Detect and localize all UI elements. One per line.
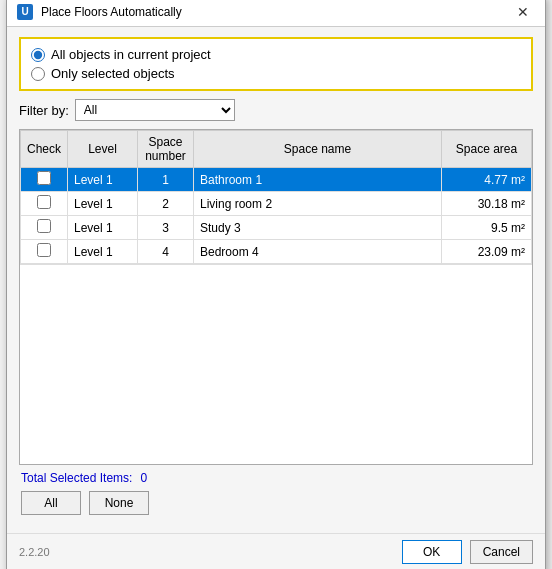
all-button[interactable]: All [21,491,81,515]
table-row[interactable]: Level 13Study 39.5 m² [21,216,532,240]
none-button[interactable]: None [89,491,149,515]
close-button[interactable]: ✕ [511,0,535,24]
row-checkbox[interactable] [37,243,51,257]
radio-group: All objects in current project Only sele… [19,37,533,91]
col-level: Level [68,131,138,168]
cell-check[interactable] [21,216,68,240]
cell-check[interactable] [21,168,68,192]
cell-number: 4 [138,240,194,264]
cell-check[interactable] [21,240,68,264]
cell-level: Level 1 [68,192,138,216]
spaces-table: Check Level Spacenumber Space name Space… [20,130,532,264]
cell-level: Level 1 [68,216,138,240]
table-header-row: Check Level Spacenumber Space name Space… [21,131,532,168]
radio-all-objects-label: All objects in current project [51,47,211,62]
cell-check[interactable] [21,192,68,216]
col-check: Check [21,131,68,168]
row-checkbox[interactable] [37,195,51,209]
total-selected-label: Total Selected Items: [21,471,132,485]
cell-space-area: 4.77 m² [442,168,532,192]
ok-cancel-row: OK Cancel [402,540,533,564]
cell-space-name: Living room 2 [194,192,442,216]
cell-number: 1 [138,168,194,192]
cell-space-area: 30.18 m² [442,192,532,216]
cell-number: 2 [138,192,194,216]
title-bar: U Place Floors Automatically ✕ [7,0,545,27]
dialog-footer: 2.2.20 OK Cancel [7,533,545,569]
radio-all-objects[interactable]: All objects in current project [31,47,521,62]
cell-number: 3 [138,216,194,240]
col-area: Space area [442,131,532,168]
version-label: 2.2.20 [19,546,50,558]
cell-level: Level 1 [68,240,138,264]
cell-space-name: Bedroom 4 [194,240,442,264]
filter-select[interactable]: All [75,99,235,121]
table-container: Check Level Spacenumber Space name Space… [19,129,533,465]
dialog-body: All objects in current project Only sele… [7,27,545,533]
cell-level: Level 1 [68,168,138,192]
col-number: Spacenumber [138,131,194,168]
table-row[interactable]: Level 12Living room 230.18 m² [21,192,532,216]
cell-space-area: 9.5 m² [442,216,532,240]
cell-space-name: Bathroom 1 [194,168,442,192]
dialog-title: Place Floors Automatically [41,5,182,19]
app-icon: U [17,4,33,20]
cell-space-name: Study 3 [194,216,442,240]
ok-button[interactable]: OK [402,540,462,564]
filter-label: Filter by: [19,103,69,118]
total-selected-value: 0 [140,471,147,485]
table-spacer [20,264,532,464]
radio-selected-objects-label: Only selected objects [51,66,175,81]
radio-selected-objects-input[interactable] [31,67,45,81]
radio-all-objects-input[interactable] [31,48,45,62]
table-body: Level 11Bathroom 14.77 m²Level 12Living … [21,168,532,264]
cancel-button[interactable]: Cancel [470,540,533,564]
table-row[interactable]: Level 14Bedroom 423.09 m² [21,240,532,264]
all-none-buttons: All None [19,491,533,515]
table-row[interactable]: Level 11Bathroom 14.77 m² [21,168,532,192]
filter-row: Filter by: All [19,99,533,121]
radio-selected-objects[interactable]: Only selected objects [31,66,521,81]
cell-space-area: 23.09 m² [442,240,532,264]
col-name: Space name [194,131,442,168]
row-checkbox[interactable] [37,171,51,185]
row-checkbox[interactable] [37,219,51,233]
footer-status: Total Selected Items: 0 [19,471,533,485]
dialog-place-floors: U Place Floors Automatically ✕ All objec… [6,0,546,569]
